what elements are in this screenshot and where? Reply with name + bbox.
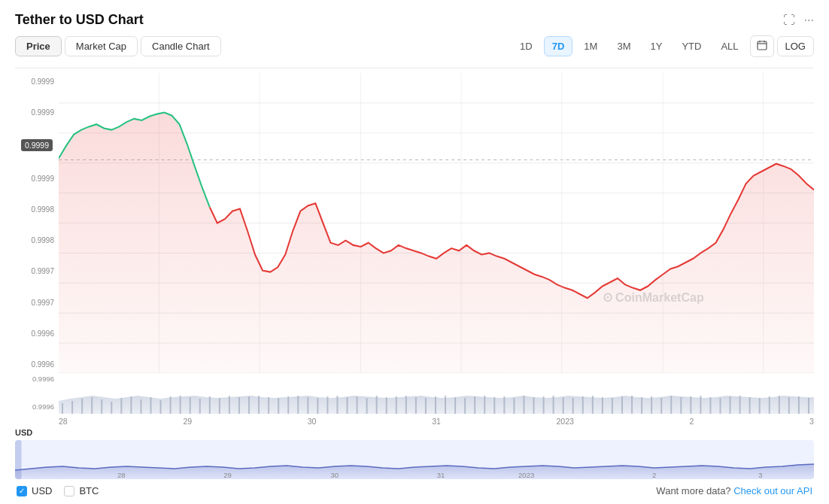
y-label-3: 0.9998: [15, 205, 54, 214]
x-axis-labels: 28 29 30 31 2023 2 3: [59, 415, 814, 427]
y-label-1: 0.9999: [15, 108, 54, 117]
x-label-29: 29: [183, 417, 192, 426]
tab-group: Price Market Cap Candle Chart: [15, 36, 221, 56]
volume-y-bottom: 0.9996: [15, 402, 54, 411]
calendar-button[interactable]: [750, 35, 774, 57]
api-link[interactable]: Check out our API: [733, 485, 812, 496]
y-label-8: 0.9996: [15, 360, 54, 369]
volume-y-top: 0.9996: [15, 375, 54, 383]
api-text: Want more data? Check out our API: [656, 485, 812, 496]
legend-usd-label: USD: [32, 485, 52, 496]
svg-text:3: 3: [758, 472, 762, 479]
svg-text:31: 31: [437, 472, 445, 479]
x-label-30: 30: [308, 417, 317, 426]
period-1d[interactable]: 1D: [512, 36, 541, 56]
x-label-28: 28: [59, 417, 68, 426]
svg-text:28: 28: [117, 472, 126, 479]
period-ytd[interactable]: YTD: [673, 36, 709, 56]
usd-axis-label-row: USD: [15, 428, 814, 437]
svg-text:30: 30: [330, 472, 339, 479]
period-log[interactable]: LOG: [777, 36, 814, 56]
legend-btc-label: BTC: [79, 485, 99, 496]
usd-checkbox[interactable]: ✓: [17, 486, 27, 496]
usd-axis-label: USD: [15, 428, 59, 437]
controls-row: Price Market Cap Candle Chart 1D 7D 1M 3…: [15, 35, 814, 57]
svg-rect-110: [15, 440, 21, 479]
y-label-4: 0.9998: [15, 236, 54, 244]
chart-area: 0.9999 0.9999 0.9999 0.9999 0.9998 0.999…: [15, 73, 814, 479]
bottom-row: ✓ USD BTC Want more data? Check out our …: [15, 485, 814, 496]
tab-candle[interactable]: Candle Chart: [141, 36, 221, 56]
expand-icon[interactable]: ⛶: [783, 14, 795, 27]
y-label-0: 0.9999: [15, 77, 54, 86]
chart-title: Tether to USD Chart: [15, 12, 144, 28]
y-label-current: 0.9999: [15, 139, 54, 151]
x-label-31: 31: [432, 417, 441, 426]
x-axis-row: 28 29 30 31 2023 2 3: [15, 415, 814, 427]
svg-text:⊙ CoinMarketCap: ⊙ CoinMarketCap: [603, 290, 704, 304]
main-chart-wrapper: 0.9999 0.9999 0.9999 0.9999 0.9998 0.999…: [15, 73, 814, 373]
svg-text:29: 29: [223, 472, 232, 479]
volume-chart-wrapper: 0.9996 0.9996: [15, 375, 814, 414]
x-label-2: 2: [690, 417, 694, 426]
legend-usd: ✓ USD: [17, 485, 52, 496]
svg-text:2: 2: [652, 472, 656, 479]
y-label-6: 0.9997: [15, 299, 54, 307]
tab-price[interactable]: Price: [15, 36, 62, 56]
y-label-5: 0.9997: [15, 267, 54, 275]
svg-marker-22: [59, 113, 814, 374]
x-label-2023: 2023: [557, 417, 574, 426]
btc-checkbox[interactable]: [64, 486, 74, 496]
legend-btc: BTC: [64, 485, 99, 496]
more-icon[interactable]: ···: [804, 14, 814, 27]
period-3m[interactable]: 3M: [609, 36, 639, 56]
svg-rect-0: [758, 41, 767, 50]
y-label-7: 0.9996: [15, 329, 54, 338]
period-7d[interactable]: 7D: [544, 36, 573, 56]
volume-svg-area: [59, 375, 814, 414]
volume-y-axis: 0.9996 0.9996: [15, 375, 59, 414]
period-all[interactable]: ALL: [712, 36, 746, 56]
period-1y[interactable]: 1Y: [642, 36, 670, 56]
y-label-2: 0.9999: [15, 175, 54, 183]
svg-text:2023: 2023: [518, 472, 534, 479]
header-icons: ⛶ ···: [783, 14, 814, 27]
header-divider: [15, 68, 814, 68]
header-row: Tether to USD Chart ⛶ ···: [15, 12, 814, 28]
legend-group: ✓ USD BTC: [17, 485, 99, 496]
period-group: 1D 7D 1M 3M 1Y YTD ALL LOG: [512, 35, 814, 57]
y-axis: 0.9999 0.9999 0.9999 0.9999 0.9998 0.999…: [15, 73, 59, 373]
period-1m[interactable]: 1M: [575, 36, 606, 56]
mini-chart-section[interactable]: 28 29 30 31 2023 2 3: [15, 440, 814, 479]
chart-container: Tether to USD Chart ⛶ ··· Price Market C…: [0, 0, 829, 504]
tab-marketcap[interactable]: Market Cap: [65, 36, 138, 56]
x-label-3: 3: [809, 417, 814, 426]
main-chart-svg: ⊙ CoinMarketCap: [59, 73, 814, 373]
